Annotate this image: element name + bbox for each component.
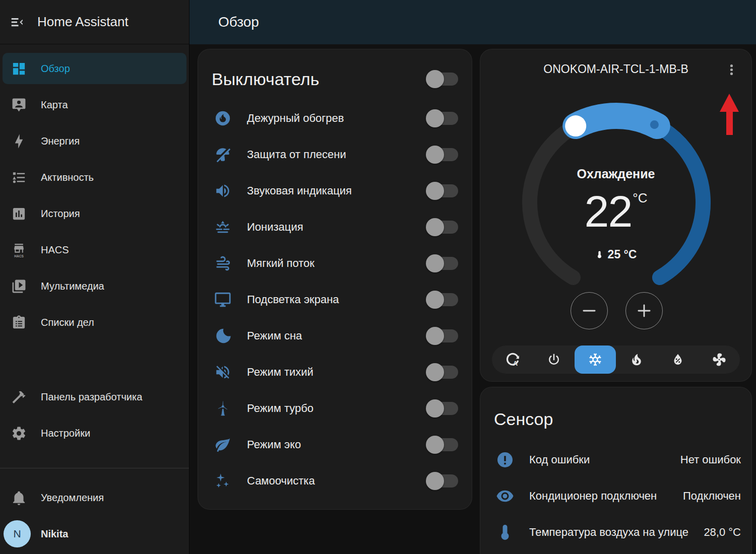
sidebar-toggle-button[interactable] [9,14,26,31]
sidebar-header: Home Assistant [0,0,189,44]
activity-list-icon [9,166,29,189]
switch-card-title: Выключатель [212,67,319,91]
toggle-switch[interactable] [427,474,458,488]
hvac-mode-button-auto[interactable]: A [492,345,533,374]
fan-icon [712,352,727,367]
target-temp-value: 22 [584,186,632,236]
toggle-switch[interactable] [427,402,458,415]
gear-icon [9,422,29,445]
sensor-row-ac-connected[interactable]: Кондиционер подключен Подключен [494,478,741,514]
mushroom-off-icon [212,144,234,166]
switch-row-turbo-mode: Режим турбо [212,390,458,427]
thermometer-icon [595,249,604,260]
toggle-switch[interactable] [427,329,458,342]
header-action-edit[interactable] [718,15,733,30]
moon-icon [212,325,234,347]
toggle-switch[interactable] [427,184,458,197]
sensor-card-title: Сенсор [494,407,553,431]
dial-dot [650,120,659,129]
svg-text:A: A [513,360,518,367]
volume-high-icon [212,180,234,202]
sensor-card: Сенсор Код ошибки Нет ошибок Кондиционер… [480,387,752,554]
volume-off-icon [212,361,234,383]
dashboard-icon [9,57,29,80]
page-title: Обзор [218,14,259,30]
svg-text:HACS: HACS [14,254,24,257]
sensor-row-error-code[interactable]: Код ошибки Нет ошибок [494,442,741,478]
toggle-switch[interactable] [427,221,458,234]
target-temperature: 22°C [480,189,751,234]
sidebar: Home Assistant Обзор Карта Энергия Актив… [0,0,190,554]
header-action-assist[interactable] [681,15,696,30]
sidebar-nav: Обзор Карта Энергия Активность История H… [0,44,189,343]
sensor-row-outdoor-temperature[interactable]: Температура воздуха на улице 28,0 °C [494,514,741,550]
sidebar-item-map[interactable]: Карта [3,89,186,120]
monitor-icon [212,289,234,311]
hvac-mode-button-dry[interactable] [657,345,699,374]
eye-icon [494,485,516,507]
sidebar-item-hacs[interactable]: HACS HACS [3,234,186,265]
toggle-switch[interactable] [427,148,458,161]
sidebar-item-overview[interactable]: Обзор [3,53,186,84]
toggle-switch[interactable] [427,366,458,379]
header-action-search[interactable] [644,15,659,30]
fire-icon [629,352,644,367]
switch-row-sleep-mode: Режим сна [212,318,458,354]
thermostat-card: ONOKOM-AIR-TCL-1-MB-B Охлаждение 22°C [480,49,752,382]
switch-card: Выключатель Дежурный обогрев Защита от п… [198,49,472,510]
toggle-switch[interactable] [427,257,458,270]
bell-icon [9,486,29,509]
dashboard-content: Выключатель Дежурный обогрев Защита от п… [190,44,756,554]
sidebar-item-todo[interactable]: Списки дел [3,307,186,338]
wind-icon [212,252,234,274]
hacs-icon: HACS [9,238,29,261]
toggle-switch[interactable] [427,438,458,451]
thermometer-icon [494,521,516,543]
flame-circle-icon [212,107,234,129]
sidebar-item-energy[interactable]: Энергия [3,125,186,157]
hvac-mode-button-heat[interactable] [616,345,657,374]
sidebar-item-history[interactable]: История [3,198,186,229]
hammer-icon [9,385,29,408]
sidebar-user[interactable]: N Nikita [0,518,189,549]
hvac-mode-button-off[interactable] [533,345,575,374]
sidebar-nav-footer: Уведомления [0,468,189,518]
media-play-icon [9,274,29,298]
header-action-add[interactable] [606,15,621,30]
master-toggle-switch[interactable] [427,73,458,86]
toggle-switch[interactable] [427,112,458,125]
water-percent-icon [670,352,685,367]
header-actions [606,15,733,30]
user-name: Nikita [41,528,68,540]
switch-row-mold-protection: Защита от плесени [212,136,458,173]
auto-mode-icon: A [505,352,520,367]
sensor-card-header: Сенсор [494,387,741,442]
dial-handle[interactable] [565,115,586,136]
lightning-icon [9,129,29,153]
hvac-mode-button-cool[interactable] [575,345,616,374]
sensor-rows: Код ошибки Нет ошибок Кондиционер подклю… [494,442,741,550]
sidebar-item-settings[interactable]: Настройки [3,418,186,449]
sidebar-item-developer-tools[interactable]: Панель разработчика [3,381,186,412]
hvac-mode-row: A [492,345,740,374]
ionization-icon [212,216,234,238]
hvac-mode-button-fan-only[interactable] [699,345,740,374]
dial-arc-target [576,116,657,126]
switch-row-ionization: Ионизация [212,209,458,245]
toggle-switch[interactable] [427,293,458,306]
target-temp-unit: °C [633,191,647,204]
temp-decrease-button[interactable] [571,292,608,329]
sparkles-icon [212,470,234,492]
sidebar-item-notifications[interactable]: Уведомления [3,482,186,513]
kebab-menu-icon[interactable] [722,59,740,80]
current-temp-value: 25 °C [608,248,637,261]
sidebar-item-media[interactable]: Мультимедиа [3,270,186,302]
switch-row-standby-heat: Дежурный обогрев [212,100,458,136]
sidebar-item-activity[interactable]: Активность [3,162,186,193]
history-chart-icon [9,202,29,225]
alert-circle-icon [494,449,516,471]
switch-rows: Дежурный обогрев Защита от плесени Звуко… [212,100,458,499]
main-area: Обзор Выключатель Дежурный обогрев [190,0,756,554]
leaf-icon [212,434,234,456]
temp-increase-button[interactable] [625,292,663,329]
